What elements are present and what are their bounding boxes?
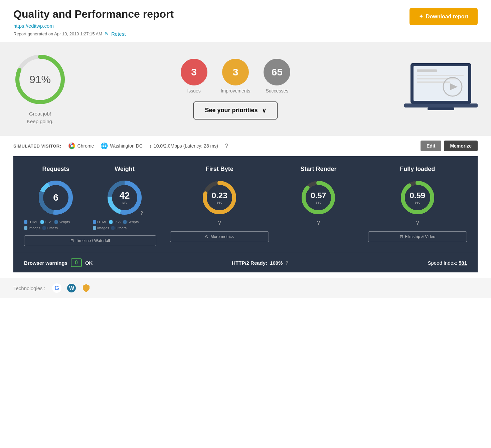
- visitor-label: SIMULATED VISITOR:: [13, 144, 61, 149]
- issues-label: Issues: [187, 88, 200, 93]
- chevron-down-icon: ∨: [262, 107, 266, 114]
- more-metrics-button[interactable]: ⊙ More metrics: [170, 231, 269, 242]
- refresh-icon: ↻: [105, 31, 109, 36]
- svg-rect-6: [417, 78, 457, 79]
- tech-icons: G W: [52, 283, 91, 293]
- issues-badge: 3: [181, 59, 207, 85]
- page-header: Quality and Performance report https://e…: [0, 0, 491, 42]
- requests-donut: 6: [37, 179, 74, 216]
- see-priorities-button[interactable]: See your priorities ∨: [193, 101, 277, 120]
- google-icon: G: [52, 283, 61, 293]
- weight-donut: 42 kB ?: [106, 179, 143, 216]
- globe-icon: 🌐: [101, 142, 108, 150]
- issues-metric: 3 Issues: [181, 59, 207, 93]
- metrics-area: 3 Issues 3 Improvements 65 Successes See…: [181, 59, 291, 120]
- shield-icon: [81, 283, 91, 293]
- technologies-section: Technologies : G W: [0, 278, 491, 298]
- first-byte-help-icon[interactable]: ?: [218, 220, 221, 226]
- filmstrip-video-button[interactable]: ⊡ Filmstrip & Video: [368, 231, 467, 242]
- summary-section: 91% Great job! Keep going. 3 Issues 3 Im…: [0, 42, 491, 136]
- improvements-metric: 3 Improvements: [221, 59, 251, 93]
- visitor-browser: Chrome: [68, 142, 94, 150]
- fully-loaded-help-icon[interactable]: ?: [416, 220, 419, 226]
- weight-legend: HTML CSS Scripts Images Others: [93, 220, 156, 230]
- laptop-illustration: [404, 60, 478, 118]
- requests-count-label: 6: [53, 192, 58, 203]
- weight-col: Weight 42 kB: [93, 166, 156, 230]
- browser-warnings-section: Browser warnings 0 OK: [24, 258, 93, 267]
- legend-scripts-w: Scripts: [123, 220, 139, 224]
- timeline-waterfall-button[interactable]: ⊟ Timeline / Waterfall: [24, 235, 156, 246]
- warning-count-badge: 0: [71, 258, 82, 267]
- svg-rect-5: [417, 75, 464, 76]
- metrics-circles: 3 Issues 3 Improvements 65 Successes: [181, 59, 291, 93]
- visitor-actions: Edit Memorize: [421, 141, 478, 151]
- start-render-help-icon[interactable]: ?: [317, 220, 320, 226]
- wordpress-icon: W: [67, 283, 76, 293]
- svg-text:G: G: [54, 285, 59, 291]
- weight-help-icon[interactable]: ?: [140, 210, 143, 216]
- legend-css: CSS: [40, 220, 52, 224]
- fully-loaded-title: Fully loaded: [400, 166, 435, 173]
- start-render-col: Start Render 0.57 sec ?: [269, 166, 368, 246]
- successes-badge: 65: [264, 59, 290, 85]
- svg-rect-11: [428, 107, 454, 110]
- http2-section: HTTP/2 Ready: 100% ?: [232, 260, 288, 266]
- svg-point-15: [71, 145, 73, 147]
- weight-count-label: 42 kB: [119, 190, 130, 205]
- help-icon-visitor[interactable]: ?: [225, 143, 228, 150]
- page-title: Quality and Performance report: [13, 8, 174, 20]
- first-byte-donut: 0.23 sec: [201, 179, 238, 216]
- site-url-link[interactable]: https://editwp.com: [13, 23, 54, 29]
- metrics-wrapper: Requests 6: [13, 156, 478, 272]
- retest-link[interactable]: Retest: [111, 31, 126, 37]
- first-byte-col: First Byte 0.23 sec ?: [170, 166, 269, 246]
- clock-icon: ⊙: [205, 234, 208, 239]
- fully-loaded-value-label: 0.59 sec: [410, 191, 425, 204]
- start-render-title: Start Render: [300, 166, 336, 173]
- start-render-donut: 0.57 sec: [300, 179, 337, 216]
- improvements-label: Improvements: [221, 88, 251, 93]
- tech-label: Technologies :: [13, 285, 45, 291]
- successes-metric: 65 Successes: [264, 59, 290, 93]
- legend-html: HTML: [24, 220, 38, 224]
- requests-col: Requests 6: [24, 166, 88, 230]
- download-report-button[interactable]: ✦ Download report: [410, 8, 478, 25]
- requests-legend: HTML CSS Scripts Images Others: [24, 220, 88, 230]
- visitor-location: 🌐 Washington DC: [101, 142, 143, 150]
- rw-grid: Requests 6: [24, 166, 156, 230]
- http2-help-icon[interactable]: ?: [285, 260, 288, 266]
- visitor-bar: SIMULATED VISITOR: Chrome 🌐 Washington D…: [0, 136, 491, 156]
- legend-images: Images: [24, 226, 40, 230]
- speed-index-link[interactable]: 581: [459, 260, 467, 266]
- legend-css-w: CSS: [109, 220, 121, 224]
- svg-text:W: W: [69, 285, 74, 291]
- speed-index-section: Speed Index: 581: [428, 260, 467, 266]
- weight-title: Weight: [115, 166, 135, 173]
- requests-title: Requests: [42, 166, 69, 173]
- memorize-button[interactable]: Memorize: [444, 141, 478, 151]
- score-label: Great job! Keep going.: [27, 110, 53, 125]
- legend-others: Others: [42, 226, 58, 230]
- first-byte-title: First Byte: [206, 166, 233, 173]
- bottom-bar: Browser warnings 0 OK HTTP/2 Ready: 100%…: [13, 253, 478, 272]
- header-meta: Report generated on Apr 10, 2019 1:27:15…: [13, 31, 174, 37]
- speed-icon: ↕: [149, 143, 152, 149]
- fully-loaded-col: Fully loaded 0.59 sec ?: [368, 166, 467, 246]
- svg-rect-10: [404, 103, 478, 107]
- score-circle: 91%: [13, 53, 67, 106]
- svg-rect-4: [417, 69, 437, 72]
- requests-weight-section: Requests 6: [24, 166, 164, 246]
- chrome-icon: [68, 142, 75, 150]
- timing-section: First Byte 0.23 sec ?: [165, 166, 467, 246]
- score-container: 91% Great job! Keep going.: [13, 53, 67, 125]
- visitor-speed: ↕ 10.0/2.0Mbps (Latency: 28 ms): [149, 143, 218, 149]
- score-value: 91%: [29, 73, 51, 86]
- legend-others-w: Others: [111, 226, 127, 230]
- legend-images-w: Images: [93, 226, 109, 230]
- improvements-badge: 3: [222, 59, 249, 85]
- metrics-inner-grid: Requests 6: [24, 166, 467, 246]
- fully-loaded-donut: 0.59 sec: [399, 179, 436, 216]
- edit-button[interactable]: Edit: [421, 141, 441, 151]
- legend-html-w: HTML: [93, 220, 107, 224]
